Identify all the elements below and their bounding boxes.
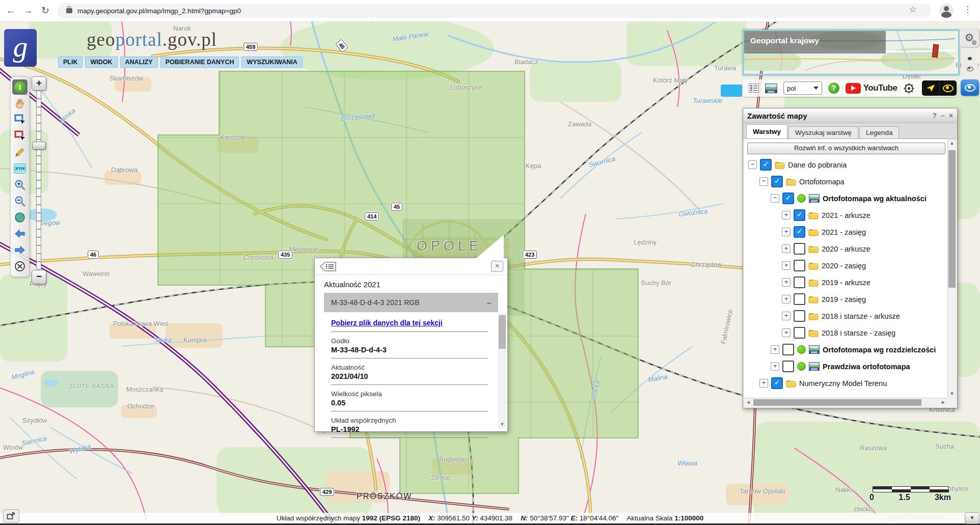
layer-checkbox[interactable]: ✓ xyxy=(782,192,794,204)
expand-toggle-icon[interactable]: + xyxy=(782,228,791,236)
overview-toggle-button[interactable] xyxy=(3,509,19,523)
layer-checkbox[interactable] xyxy=(782,344,794,355)
horizontal-scrollbar-thumb[interactable] xyxy=(753,399,921,406)
layer-label[interactable]: Ortofotomapa wg rozdzielczości xyxy=(823,346,936,354)
panel-header[interactable]: Zawartość mapy ? – × xyxy=(743,108,957,123)
popup-section-bar[interactable]: M-33-48-D-d-4-3 2021 RGB – xyxy=(324,293,498,312)
browser-menu-icon[interactable]: ⋮ xyxy=(963,4,972,15)
expand-toggle-icon[interactable]: + xyxy=(782,211,791,219)
menu-item-widok[interactable]: WIDOK xyxy=(85,57,117,68)
expand-toggle-icon[interactable]: + xyxy=(782,328,791,337)
geoportal-logo[interactable]: g xyxy=(4,29,37,67)
scroll-up-icon[interactable]: ▲ xyxy=(948,139,956,147)
layer-checkbox[interactable] xyxy=(794,260,805,271)
youtube-button[interactable]: YouTube xyxy=(846,83,897,94)
layer-checkbox[interactable] xyxy=(782,361,794,372)
xyh-coordinates-tool-button[interactable]: XYH xyxy=(12,161,28,176)
settings-button[interactable]: ⚙⚙ xyxy=(960,29,979,47)
browser-reload-icon[interactable]: ↻ xyxy=(39,4,52,17)
zoom-slider-handle[interactable] xyxy=(32,142,46,150)
full-extent-tool-button[interactable] xyxy=(12,210,28,225)
layer-label[interactable]: Prawdziwa ortofotomapa xyxy=(823,363,910,371)
layer-label[interactable]: 2020 - arkusze xyxy=(822,245,870,253)
menu-item-pobieranie-danych[interactable]: POBIERANIE DANYCH xyxy=(160,57,239,68)
layer-checkbox[interactable]: ✓ xyxy=(760,159,772,171)
select-area-tool-button[interactable] xyxy=(12,112,28,127)
pan-tool-button[interactable] xyxy=(12,96,28,111)
url-text[interactable]: mapy.geoportal.gov.pl/imap/Imgp_2.html?g… xyxy=(77,7,241,15)
zoom-slider-minus-button[interactable]: − xyxy=(32,270,46,284)
address-bar[interactable]: mapy.geoportal.gov.pl/imap/Imgp_2.html?g… xyxy=(57,4,931,18)
overview-map[interactable]: Geoportal krajowy xyxy=(743,30,960,75)
expand-toggle-icon[interactable]: + xyxy=(759,379,768,388)
collapse-toggle-icon[interactable]: − xyxy=(748,160,757,169)
helm-button[interactable] xyxy=(903,82,915,94)
expand-toggle-icon[interactable]: + xyxy=(782,278,791,287)
menu-item-wyszukiwania[interactable]: WYSZUKIWANIA xyxy=(241,57,302,68)
layer-label[interactable]: 2021 - arkusze xyxy=(822,211,870,219)
layer-checkbox[interactable] xyxy=(794,293,805,305)
zoom-in-tool-button[interactable] xyxy=(12,177,28,192)
language-select[interactable]: pol xyxy=(783,81,822,95)
small-eye-icon[interactable] xyxy=(967,67,973,71)
menu-item-analizy[interactable]: ANALIZY xyxy=(120,57,158,68)
vertical-scrollbar-thumb[interactable] xyxy=(948,150,956,288)
expand-toggle-icon[interactable]: + xyxy=(771,362,779,371)
identify-tool-button[interactable]: i xyxy=(12,79,28,95)
popup-scroll-down-icon[interactable]: ▼ xyxy=(498,420,506,428)
clear-selection-tool-button[interactable] xyxy=(12,259,28,274)
scroll-down-icon[interactable]: ▼ xyxy=(948,390,956,398)
expand-toggle-icon[interactable]: + xyxy=(782,312,791,320)
layer-label[interactable]: Dane do pobrania xyxy=(788,161,847,169)
tab-warstwy[interactable]: Warstwy xyxy=(746,124,787,139)
layer-label[interactable]: 2019 - arkusze xyxy=(822,279,870,287)
popup-section-collapse-icon[interactable]: – xyxy=(487,298,491,307)
collapse-toggle-icon[interactable]: − xyxy=(771,194,779,203)
high-contrast-button[interactable] xyxy=(939,80,957,96)
zoom-out-tool-button[interactable] xyxy=(12,194,28,209)
layer-label[interactable]: 2018 i starsze - zasięg xyxy=(822,329,895,337)
layer-label[interactable]: 2019 - zasięg xyxy=(822,295,866,303)
draw-tool-button[interactable] xyxy=(12,145,28,160)
help-button[interactable]: ? xyxy=(828,82,839,94)
wms-toolbar-button[interactable]: WMS xyxy=(765,84,777,93)
panel-close-button[interactable]: × xyxy=(949,112,953,120)
layer-checkbox[interactable] xyxy=(794,310,805,322)
layer-label[interactable]: Numeryczny Model Terenu xyxy=(799,379,887,388)
layer-label[interactable]: 2021 - zasięg xyxy=(822,228,866,236)
layer-checkbox[interactable]: ✓ xyxy=(771,176,783,187)
collapse-toggle-icon[interactable]: − xyxy=(759,177,768,186)
tab-legenda[interactable]: Legenda xyxy=(859,126,900,139)
accessibility-view-button[interactable] xyxy=(961,79,979,96)
layer-checkbox[interactable] xyxy=(794,243,805,255)
browser-forward-icon[interactable]: → xyxy=(21,4,35,17)
layer-label[interactable]: Ortofotomapa xyxy=(799,178,845,186)
expand-toggle-icon[interactable]: + xyxy=(782,244,791,253)
layer-checkbox[interactable]: ✓ xyxy=(771,377,783,389)
panel-horizontal-scrollbar[interactable]: ◄ ► xyxy=(744,398,947,407)
panel-help-button[interactable]: ? xyxy=(932,112,937,120)
download-data-link[interactable]: Pobierz plik danych dla tej sekcji xyxy=(331,319,443,327)
next-view-tool-button[interactable] xyxy=(12,242,28,258)
zoom-slider-plus-button[interactable]: + xyxy=(32,76,46,91)
deselect-area-tool-button[interactable] xyxy=(12,128,28,144)
previous-view-tool-button[interactable] xyxy=(12,226,28,241)
results-list-icon[interactable] xyxy=(319,261,337,274)
zoom-slider-track[interactable] xyxy=(36,91,41,270)
panel-minimize-button[interactable]: – xyxy=(941,112,945,120)
layer-checkbox[interactable] xyxy=(794,277,805,288)
expand-toggle-icon[interactable]: + xyxy=(782,295,791,303)
expand-all-layers-button[interactable]: Rozwiń inf. o wszystkich warstwach xyxy=(747,143,945,154)
layer-checkbox[interactable]: ✓ xyxy=(794,226,805,238)
layer-label[interactable]: 2018 i starsze - arkusze xyxy=(822,312,900,320)
layer-checkbox[interactable] xyxy=(794,327,805,339)
layer-label[interactable]: 2020 - zasięg xyxy=(822,262,866,270)
quick-flight-button[interactable] xyxy=(922,80,939,96)
scroll-right-icon[interactable]: ► xyxy=(939,398,947,407)
collapse-statusbar-button[interactable]: ▼ xyxy=(965,512,979,524)
menu-item-plik[interactable]: PLIK xyxy=(58,57,83,68)
panel-vertical-scrollbar[interactable]: ▲ ▼ xyxy=(947,139,956,398)
legend-toolbar-button[interactable] xyxy=(749,84,759,93)
small-dot-icon[interactable] xyxy=(968,57,972,60)
tab-wyszukaj-warstwę[interactable]: Wyszukaj warstwę xyxy=(788,126,858,139)
